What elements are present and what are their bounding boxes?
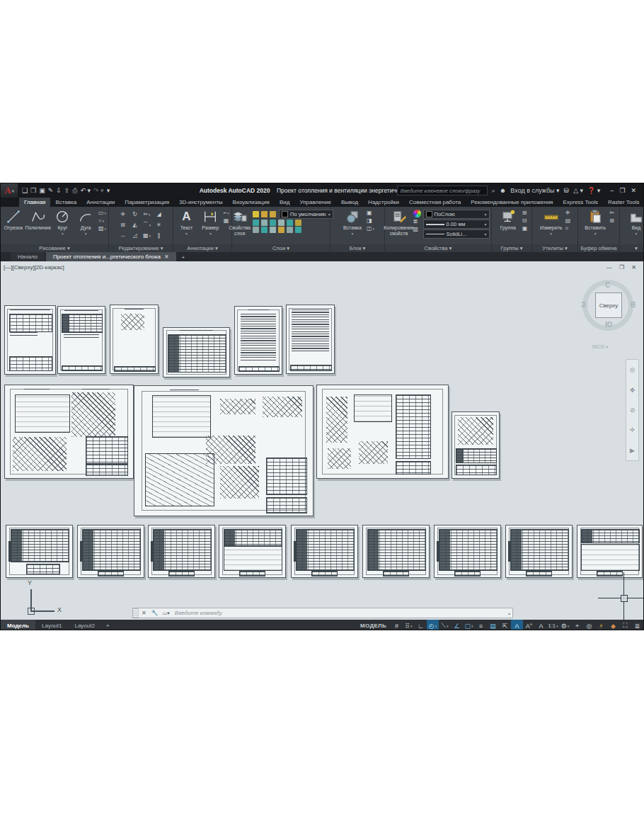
security-icon[interactable]: ◆ <box>607 620 619 630</box>
block-sync-icon[interactable]: ◫▾ <box>367 225 374 232</box>
fillet-icon[interactable]: ⌒▾ <box>142 220 153 230</box>
layer-tool-icon[interactable] <box>287 227 293 233</box>
explode-icon[interactable]: ✳ <box>154 220 165 230</box>
sheet-5[interactable] <box>234 306 282 375</box>
layer-tool-icon[interactable] <box>295 220 301 226</box>
close-button[interactable]: ✕ <box>631 187 636 194</box>
minimize-button[interactable]: – <box>610 187 614 194</box>
layer-tool-icon[interactable] <box>270 227 276 233</box>
panel-title[interactable]: Рисование ▾ <box>1 244 108 252</box>
button-размер[interactable]: Размер▾ <box>200 208 222 237</box>
sheet-spec-7[interactable] <box>434 525 501 578</box>
ribbon-tab-надстройки[interactable]: Надстройки <box>363 198 404 207</box>
panel-title[interactable]: Буфер обмена <box>578 244 619 252</box>
color-wheel-icon[interactable] <box>413 210 421 217</box>
doc-tab[interactable]: Начало <box>11 252 45 261</box>
autodesk-account-icon[interactable]: △ ▾ <box>573 187 583 194</box>
layer-lock-icon[interactable] <box>270 211 276 217</box>
copy-clip-icon[interactable]: ⊞ <box>609 217 614 225</box>
array-icon[interactable]: ▦▾ <box>142 231 153 241</box>
object-snap-icon[interactable]: ▢▾ <box>463 620 475 630</box>
button-свойства-слоя[interactable]: Свойства слоя <box>229 208 251 236</box>
command-line-grip[interactable] <box>133 608 139 618</box>
layer-tool-icon[interactable] <box>261 220 268 226</box>
sheet-spec-3[interactable] <box>148 525 215 578</box>
plot-icon[interactable]: ⎙ <box>72 187 77 194</box>
annotation-visibility-icon[interactable]: A <box>511 620 523 630</box>
isolate-objects-icon[interactable]: ◎ <box>583 620 595 630</box>
ribbon-tab-express-tools[interactable]: Express Tools <box>558 198 603 207</box>
button-текст[interactable]: AТекст▾ <box>176 208 197 237</box>
save-as-icon[interactable]: ✎ <box>48 187 54 194</box>
viewcube-east[interactable]: В <box>631 301 636 309</box>
viewport-window-buttons[interactable]: — ❐ ✕ <box>606 264 639 271</box>
app-logo[interactable]: A▾ <box>1 183 18 198</box>
viewcube-wcs-menu[interactable]: МСК ▾ <box>592 343 608 350</box>
panel-title[interactable]: Слои ▾ <box>232 244 330 252</box>
command-line-customize-icon[interactable]: 🔧 <box>149 610 161 616</box>
button-дуга[interactable]: Дуга▾ <box>75 208 96 237</box>
sheet-1[interactable] <box>4 305 56 375</box>
viewport-controls-label[interactable]: [—][Сверху][2D-каркас] <box>4 264 64 271</box>
layer-tool-icon[interactable] <box>278 227 284 233</box>
layer-tool-icon[interactable] <box>270 220 276 226</box>
save-icon[interactable]: ▣ <box>39 187 45 194</box>
linetype-lines-icon[interactable]: ≣ <box>413 218 421 225</box>
navigation-wheel-icon[interactable]: ◎ <box>630 366 636 373</box>
sheet-4[interactable] <box>163 327 230 377</box>
open-from-web-icon[interactable]: ⇩ <box>56 187 62 194</box>
ellipse-icon[interactable]: ○▾ <box>98 217 106 225</box>
viewcube-south[interactable]: Ю <box>605 321 612 329</box>
sheet-plan-2[interactable] <box>134 385 314 516</box>
ortho-icon[interactable]: ∟ <box>415 620 427 630</box>
model-space-button[interactable]: МОДЕЛЬ <box>356 623 391 629</box>
button-вид[interactable]: Вид▾ <box>624 208 643 237</box>
showmotion-icon[interactable]: ▶ <box>630 447 635 454</box>
command-line-close-icon[interactable]: ✕ <box>139 610 149 616</box>
rectangle-icon[interactable]: ▭▾ <box>98 210 106 217</box>
sheet-spec-6[interactable] <box>362 525 430 578</box>
ribbon-tab-параметризация[interactable]: Параметризация <box>120 198 174 207</box>
ribbon-tab-аннотации[interactable]: Аннотации <box>81 198 120 207</box>
hatch-swatch-icon[interactable]: ▥ <box>413 226 421 233</box>
doc-tab[interactable]: Проект отопления и...ргетического блока … <box>46 252 176 261</box>
help-icon[interactable]: ❓ ▾ <box>587 187 600 194</box>
button-круг[interactable]: Круг▾ <box>52 208 74 237</box>
panel-title[interactable]: Утилиты ▾ <box>532 244 577 252</box>
stretch-icon[interactable]: ↔ <box>117 231 129 241</box>
ungroup-icon[interactable]: ⊟ <box>522 217 528 225</box>
panel-title[interactable]: ▾ <box>620 244 643 252</box>
graphics-performance-icon[interactable]: ⚡ <box>595 620 607 630</box>
sheet-spec-4[interactable] <box>219 525 286 578</box>
id-point-icon[interactable]: ✛ <box>565 210 571 217</box>
count-icon[interactable]: ⌗ <box>565 225 571 232</box>
drawing-canvas[interactable]: [—][Сверху][2D-каркас] — ❐ ✕ С Ю З В Све… <box>1 261 643 620</box>
ribbon-tab-вид[interactable]: Вид <box>275 198 294 207</box>
new-file-icon[interactable]: ❑ <box>22 187 28 194</box>
annotation-people-icon[interactable]: A <box>535 620 547 630</box>
ribbon-tab-3d-инструменты[interactable]: 3D-инструменты <box>174 198 228 207</box>
offset-icon[interactable]: ∥ <box>154 231 165 241</box>
layout-tab-layout2[interactable]: Layout2 <box>68 620 100 630</box>
sheet-spec-8[interactable] <box>505 525 573 578</box>
transparency-icon[interactable]: ▤ <box>487 620 499 630</box>
trim-icon[interactable]: ✂▾ <box>142 210 153 220</box>
mirror-icon[interactable]: ◭ <box>130 220 141 230</box>
annotation-scale-button[interactable]: 1:1▾ <box>547 620 559 630</box>
cut-icon[interactable]: ✂ <box>609 210 614 217</box>
workspace-gear-icon[interactable]: ⚙▾ <box>559 620 571 630</box>
ribbon-tab-вывод[interactable]: Вывод <box>336 198 363 207</box>
save-to-web-icon[interactable]: ⇧ <box>64 187 70 194</box>
selection-cycling-icon[interactable]: ⇱ <box>499 620 511 630</box>
navigation-bar[interactable]: ◎✥⊘✛▶ <box>626 359 639 461</box>
layout-tab-модель[interactable]: Модель <box>1 620 35 630</box>
button-вставка[interactable]: Вставка▾ <box>340 208 364 237</box>
command-line[interactable]: ✕ 🔧 ▭▾ Введите команду ▴ <box>132 608 513 618</box>
pan-icon[interactable]: ✥ <box>630 387 636 394</box>
redo-icon[interactable]: ↷ ▾ <box>93 187 104 194</box>
block-edit-icon[interactable]: ▣ <box>367 210 374 217</box>
ribbon-tab-рекомендованные-приложения[interactable]: Рекомендованные приложения <box>466 198 558 207</box>
user-icon[interactable]: ☻ <box>500 187 506 194</box>
move-icon[interactable]: ✛ <box>117 210 129 220</box>
undo-icon[interactable]: ↶ ▾ <box>81 187 91 194</box>
